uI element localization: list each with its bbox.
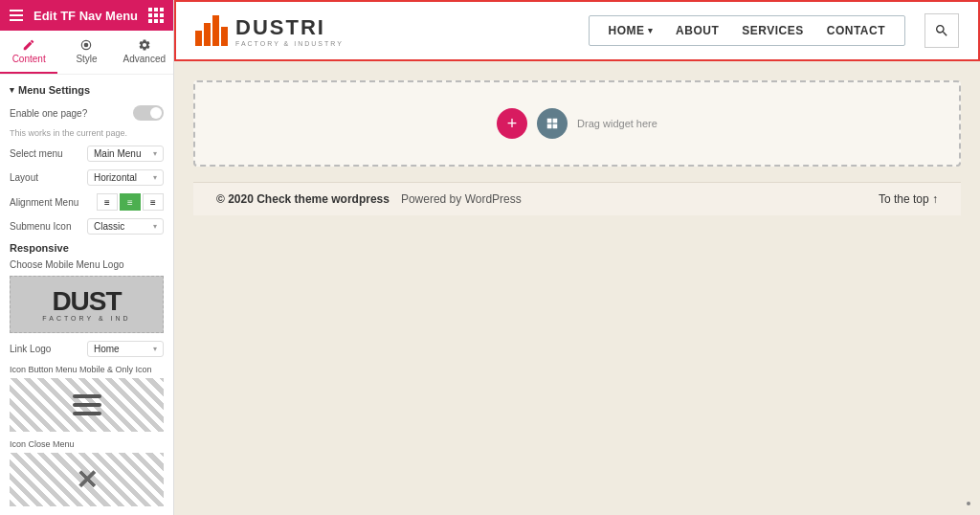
right-side: DUSTRI FACTORY & INDUSTRY HOME ▾ ABOUT S… (174, 0, 980, 515)
menu-settings-section: ▾ Menu Settings Enable one page? This wo… (0, 75, 173, 515)
layout-row: Layout Horizontal ▾ (10, 169, 164, 186)
widget-settings-button[interactable] (537, 108, 568, 139)
align-right-btn[interactable]: ≡ (143, 193, 164, 211)
alignment-row: Alignment Menu ≡ ≡ ≡ (10, 193, 164, 211)
icon-close-label: Icon Close Menu (10, 439, 164, 449)
tab-advanced[interactable]: Advanced (116, 31, 173, 74)
panel-header: Edit TF Nav Menu (0, 0, 173, 31)
enable-one-page-toggle[interactable] (133, 105, 164, 121)
nav-item-home[interactable]: HOME ▾ (609, 24, 654, 37)
svg-rect-1 (553, 119, 558, 123)
logo-bar-3 (212, 15, 219, 46)
panel-tabs: Content Style Advanced (0, 31, 173, 75)
nav-item-services[interactable]: SERVICES (742, 24, 803, 37)
mobile-logo-sub: FACTORY & IND (42, 315, 130, 322)
nav-item-about[interactable]: ABOUT (676, 24, 719, 37)
tab-style-label: Style (76, 54, 97, 64)
responsive-label: Responsive (10, 242, 164, 254)
top-navbar: DUSTRI FACTORY & INDUSTRY HOME ▾ ABOUT S… (174, 0, 980, 61)
logo-name: DUSTRI (235, 15, 344, 40)
select-menu-dropdown[interactable]: Main Menu ▾ (87, 146, 164, 162)
enable-one-page-label: Enable one page? (10, 108, 87, 119)
logo-bar-2 (204, 23, 211, 46)
dot-indicator (967, 502, 970, 505)
submenu-icon-row: Submenu Icon Classic ▾ (10, 218, 164, 235)
link-logo-label: Link Logo (10, 344, 51, 354)
section-title: ▾ Menu Settings (10, 84, 164, 96)
search-button[interactable] (924, 13, 959, 48)
tab-content[interactable]: Content (0, 31, 57, 74)
select-menu-row: Select menu Main Menu ▾ (10, 146, 164, 162)
link-logo-row: Link Logo Home ▾ (10, 341, 164, 357)
footer-copyright: © 2020 Check theme wordpress (216, 192, 390, 206)
tab-style[interactable]: Style (57, 31, 115, 74)
panel-grid-icon[interactable] (148, 8, 164, 23)
nav-menu: HOME ▾ ABOUT SERVICES CONTACT (589, 15, 905, 46)
logo-sub: FACTORY & INDUSTRY (235, 40, 344, 47)
panel-title: Edit TF Nav Menu (33, 9, 138, 23)
home-dropdown-caret: ▾ (648, 26, 654, 35)
drag-text: Drag widget here (577, 118, 657, 129)
logo-bar-4 (221, 27, 228, 46)
footer-powered: Powered by WordPress (401, 192, 522, 206)
enable-one-page-note: This works in the current page. (10, 128, 164, 138)
tab-advanced-label: Advanced (123, 54, 166, 64)
hamburger-icon-preview (10, 378, 164, 432)
layout-dropdown[interactable]: Horizontal ▾ (87, 169, 164, 186)
footer-bar: © 2020 Check theme wordpress Powered by … (193, 182, 961, 215)
submenu-icon-dropdown[interactable]: Classic ▾ (87, 218, 164, 235)
align-center-btn[interactable]: ≡ (120, 193, 141, 211)
add-widget-button[interactable]: + (497, 108, 527, 139)
layout-label: Layout (10, 172, 38, 183)
select-menu-label: Select menu (10, 148, 63, 159)
logo-bars (195, 15, 228, 46)
tab-content-label: Content (12, 54, 46, 64)
left-panel: Edit TF Nav Menu Content Style Advanced … (0, 0, 174, 515)
submenu-icon-label: Submenu Icon (10, 221, 72, 232)
link-logo-dropdown[interactable]: Home ▾ (87, 341, 164, 357)
logo-text-area: DUSTRI FACTORY & INDUSTRY (235, 15, 344, 47)
close-icon-preview: ✕ (10, 453, 164, 506)
logo-bar-1 (195, 31, 202, 46)
widget-drop-zone: + Drag widget here (193, 80, 961, 167)
content-area: + Drag widget here © 2020 Check theme wo… (174, 61, 980, 515)
empty-bottom-area (193, 215, 961, 496)
enable-one-page-row: Enable one page? (10, 105, 164, 121)
mobile-logo-label: Choose Mobile Menu Logo (10, 259, 164, 270)
close-x-icon: ✕ (76, 464, 98, 496)
mobile-logo-preview: DUST FACTORY & IND (10, 276, 164, 333)
nav-item-contact[interactable]: CONTACT (827, 24, 885, 37)
alignment-label: Alignment Menu (10, 197, 78, 208)
panel-menu-icon[interactable] (10, 10, 23, 21)
align-left-btn[interactable]: ≡ (97, 193, 118, 211)
footer-totop: To the top ↑ (879, 192, 938, 206)
mobile-logo-text: DUST (42, 288, 130, 315)
alignment-buttons: ≡ ≡ ≡ (97, 193, 164, 211)
icon-button-label: Icon Button Menu Mobile & Only Icon (10, 365, 164, 374)
svg-rect-3 (553, 124, 558, 129)
hamburger-big-icon (73, 394, 101, 415)
logo-area: DUSTRI FACTORY & INDUSTRY (195, 15, 344, 47)
svg-rect-0 (547, 119, 552, 123)
svg-rect-2 (547, 124, 552, 129)
